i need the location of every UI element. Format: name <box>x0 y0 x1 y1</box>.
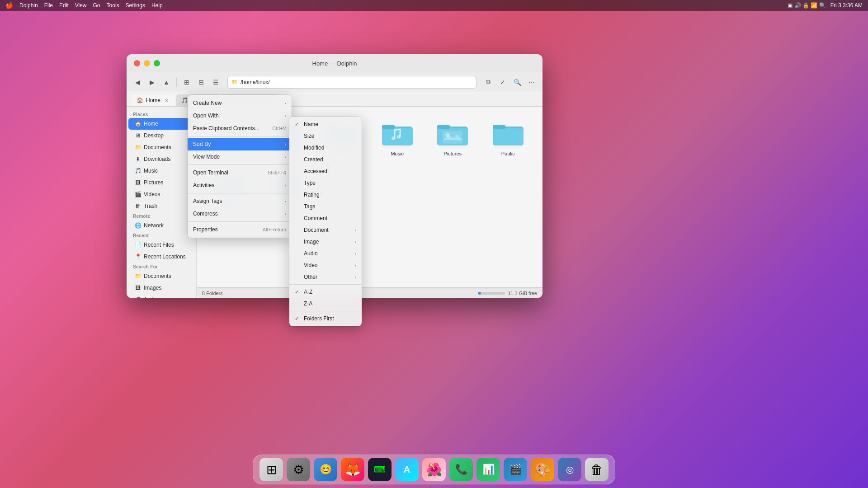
folder-pictures[interactable]: Pictures <box>427 116 478 161</box>
sm-modified[interactable]: Modified <box>289 142 362 154</box>
sm-folders-first-check: ✓ <box>295 316 301 322</box>
cm-assign-tags-arrow: › <box>284 198 286 204</box>
sidebar-search-audio[interactable]: 🎵 Audio <box>128 294 194 298</box>
toolbar: ◀ ▶ ▲ ⊞ ⊟ ☰ 📁 /home/linux/ ⧉ ✓ 🔍 ⋯ <box>127 72 542 92</box>
sidebar-item-documents[interactable]: 📁 Documents <box>128 141 194 153</box>
cm-activities[interactable]: Activities › <box>188 179 292 192</box>
sm-type[interactable]: Type <box>289 177 362 189</box>
sidebar-item-desktop[interactable]: 🖥 Desktop <box>128 130 194 141</box>
back-button[interactable]: ◀ <box>131 76 144 89</box>
split-button[interactable]: ⧉ <box>482 76 495 89</box>
sidebar-recent-files-label: Recent Files <box>144 242 174 248</box>
folder-public-icon <box>492 120 524 147</box>
dock-sheets[interactable]: 📊 <box>476 458 500 481</box>
sidebar-item-network[interactable]: 🌐 Network <box>128 220 194 231</box>
search-button[interactable]: 🔍 <box>511 76 524 89</box>
cm-sort-by[interactable]: Sort By › <box>188 138 292 150</box>
folder-pictures-icon <box>436 120 469 147</box>
list-view-button[interactable]: ☰ <box>209 76 222 89</box>
cm-view-mode[interactable]: View Mode › <box>188 150 292 163</box>
filter-button[interactable]: ✓ <box>496 76 509 89</box>
sidebar-search-audio-label: Audio <box>144 296 158 298</box>
cm-compress[interactable]: Compress › <box>188 207 292 220</box>
forward-button[interactable]: ▶ <box>146 76 158 89</box>
menu-view[interactable]: View <box>75 2 87 9</box>
dock-facetime[interactable]: 📞 <box>449 458 473 481</box>
dock-firefox[interactable]: 🦊 <box>341 458 364 481</box>
compact-view-button[interactable]: ⊟ <box>195 76 208 89</box>
cm-paste-shortcut: Ctrl+V <box>272 126 286 131</box>
apple-icon[interactable]: 🍎 <box>5 2 13 9</box>
sidebar-item-trash[interactable]: 🗑 Trash <box>128 200 194 212</box>
svg-rect-21 <box>437 125 450 129</box>
app-name[interactable]: Dolphin <box>19 2 38 9</box>
address-bar[interactable]: 📁 /home/linux/ <box>227 76 476 89</box>
dock-launchpad[interactable]: ⊞ <box>259 458 283 481</box>
folder-public-label: Public <box>501 151 515 156</box>
sm-az[interactable]: ✓ A-Z <box>289 286 362 298</box>
sidebar-item-videos[interactable]: 🎬 Videos <box>128 188 194 200</box>
sm-rating[interactable]: Rating <box>289 189 362 201</box>
sidebar-item-pictures[interactable]: 🖼 Pictures <box>128 177 194 188</box>
folder-music[interactable]: Music <box>372 116 423 161</box>
sidebar-item-music[interactable]: 🎵 Music <box>128 165 194 177</box>
cm-open-terminal[interactable]: Open Terminal Shift+F4 <box>188 166 292 179</box>
cm-paste[interactable]: Paste Clipboard Contents... Ctrl+V <box>188 122 292 135</box>
cm-properties[interactable]: Properties Alt+Return <box>188 223 292 236</box>
tab-home-icon: 🏠 <box>137 97 143 103</box>
storage-bar: 11.1 GiB free <box>478 291 537 296</box>
dock-krita[interactable]: 🎨 <box>531 458 554 481</box>
sidebar-item-recent-locations[interactable]: 📍 Recent Locations <box>128 251 194 263</box>
sm-za[interactable]: Z-A <box>289 298 362 310</box>
folder-public[interactable]: Public <box>483 116 534 161</box>
minimize-button[interactable] <box>144 60 150 66</box>
dock-settings[interactable]: ⚙ <box>287 458 310 481</box>
cm-create-new[interactable]: Create New › <box>188 97 292 109</box>
menu-go[interactable]: Go <box>93 2 100 9</box>
up-button[interactable]: ▲ <box>160 76 173 89</box>
sidebar-documents-label: Documents <box>144 144 171 150</box>
sm-name[interactable]: ✓ Name <box>289 118 362 130</box>
sm-accessed[interactable]: Accessed <box>289 165 362 177</box>
sidebar-item-home[interactable]: 🏠 Home <box>128 118 194 130</box>
sm-image[interactable]: Image › <box>289 236 362 248</box>
sm-size[interactable]: Size <box>289 130 362 142</box>
menu-tools[interactable]: Tools <box>107 2 119 9</box>
dock-finder[interactable]: 😊 <box>314 458 337 481</box>
dock-appstore[interactable]: A <box>395 458 419 481</box>
topbar-right: ▣ 🔊 🔒 📶 🔍 Fri 3 3:36 AM <box>788 2 863 9</box>
sm-other[interactable]: Other › <box>289 271 362 283</box>
menu-file[interactable]: File <box>44 2 53 9</box>
dock-terminal[interactable]: ⌨ <box>368 458 392 481</box>
tab-home-close[interactable]: ✕ <box>163 97 170 103</box>
cm-assign-tags[interactable]: Assign Tags › <box>188 195 292 207</box>
menu-settings[interactable]: Settings <box>126 2 145 9</box>
sidebar-search-documents[interactable]: 📁 Documents <box>128 270 194 282</box>
sm-tags[interactable]: Tags <box>289 201 362 212</box>
close-button[interactable] <box>134 60 140 66</box>
dock-trash[interactable]: 🗑 <box>585 458 609 481</box>
sidebar-item-recent-files[interactable]: 📄 Recent Files <box>128 239 194 251</box>
sm-video[interactable]: Video › <box>289 259 362 271</box>
sm-other-label: Other <box>304 274 317 280</box>
sidebar-item-downloads[interactable]: ⬇ Downloads <box>128 153 194 165</box>
sm-created[interactable]: Created <box>289 154 362 165</box>
cm-open-with[interactable]: Open With › <box>188 109 292 122</box>
sm-folders-first[interactable]: ✓ Folders First <box>289 313 362 324</box>
cm-activities-arrow: › <box>284 183 286 188</box>
more-button[interactable]: ⋯ <box>525 76 538 89</box>
sm-audio[interactable]: Audio › <box>289 248 362 259</box>
icon-view-button[interactable]: ⊞ <box>180 76 193 89</box>
sm-document[interactable]: Document › <box>289 224 362 236</box>
dock: ⊞ ⚙ 😊 🦊 ⌨ A 🌺 📞 📊 🎬 🎨 ◎ 🗑 <box>253 455 615 484</box>
maximize-button[interactable] <box>154 60 160 66</box>
dock-photos[interactable]: 🌺 <box>422 458 446 481</box>
sidebar-search-images[interactable]: 🖼 Images <box>128 282 194 294</box>
dock-kdenlive[interactable]: 🎬 <box>504 458 527 481</box>
dock-arc[interactable]: ◎ <box>558 458 581 481</box>
tab-home[interactable]: 🏠 Home ✕ <box>131 94 175 106</box>
sm-folders-first-label: Folders First <box>304 315 334 322</box>
sm-comment[interactable]: Comment <box>289 212 362 224</box>
menu-help[interactable]: Help <box>151 2 163 9</box>
menu-edit[interactable]: Edit <box>59 2 69 9</box>
